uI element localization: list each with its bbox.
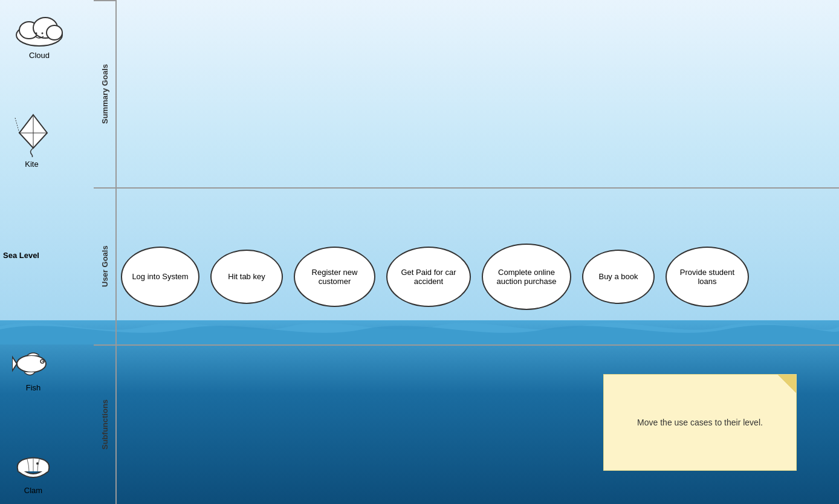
sticky-note: Move the use cases to their level. bbox=[603, 374, 797, 471]
user-goals-label: User Goals bbox=[94, 187, 115, 344]
cloud-icon bbox=[12, 12, 66, 48]
subfunctions-label: Subfunctions bbox=[94, 344, 115, 504]
use-case-complete-online-auction[interactable]: Complete online auction purchase bbox=[482, 244, 571, 310]
svg-point-3 bbox=[47, 25, 62, 40]
clam-icon-item: Clam bbox=[12, 450, 54, 495]
svg-line-9 bbox=[15, 118, 19, 133]
fish-label: Fish bbox=[26, 383, 41, 392]
fish-icon-item: Fish bbox=[12, 347, 54, 392]
use-case-get-paid-car-accident[interactable]: Get Paid for car accident bbox=[386, 247, 471, 307]
fish-icon bbox=[12, 347, 54, 381]
labels-column: Summary Goals User Goals Subfunctions bbox=[94, 0, 117, 504]
use-case-hit-tab-key[interactable]: Hit tab key bbox=[210, 250, 283, 304]
use-case-log-into-system[interactable]: Log into System bbox=[121, 247, 199, 307]
clam-label: Clam bbox=[24, 486, 42, 495]
svg-point-5 bbox=[42, 33, 44, 34]
kite-icon bbox=[12, 112, 51, 157]
svg-marker-11 bbox=[12, 357, 17, 371]
use-case-provide-student-loans[interactable]: Provide student loans bbox=[666, 247, 749, 307]
cloud-icon-item: Cloud bbox=[12, 12, 66, 60]
user-sub-divider bbox=[94, 344, 839, 346]
svg-point-4 bbox=[36, 33, 37, 34]
svg-point-13 bbox=[42, 361, 44, 362]
svg-point-14 bbox=[36, 462, 39, 465]
use-cases-container: Log into System Hit tab key Register new… bbox=[121, 230, 827, 323]
kite-label: Kite bbox=[25, 160, 38, 169]
use-case-register-new-customer[interactable]: Register new customer bbox=[294, 247, 375, 307]
summary-user-divider bbox=[94, 187, 839, 189]
summary-goals-label: Summary Goals bbox=[94, 0, 115, 187]
use-case-buy-a-book[interactable]: Buy a book bbox=[582, 250, 655, 304]
svg-point-10 bbox=[17, 355, 46, 372]
sea-level-label: Sea Level bbox=[3, 251, 39, 260]
clam-icon bbox=[12, 450, 54, 483]
sticky-note-text: Move the use cases to their level. bbox=[637, 418, 763, 427]
cloud-label: Cloud bbox=[29, 51, 50, 60]
kite-icon-item: Kite bbox=[12, 112, 51, 169]
